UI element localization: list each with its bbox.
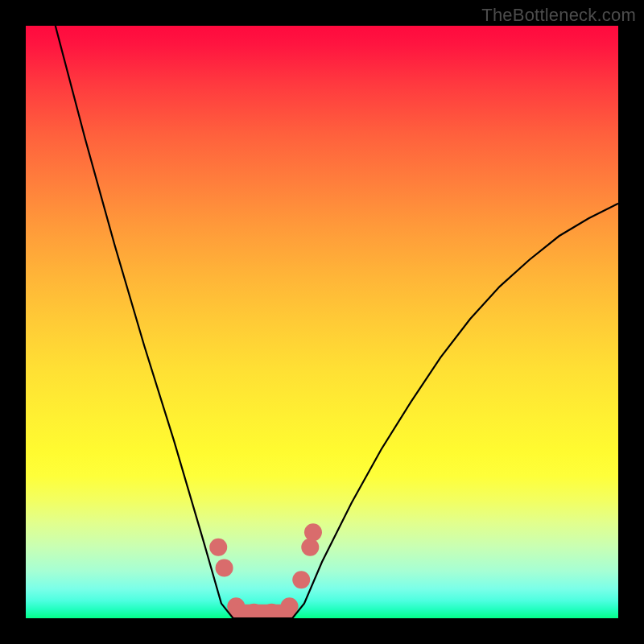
outer-frame: TheBottleneck.com (0, 0, 644, 644)
valley-marker (304, 523, 322, 541)
valley-marker (216, 559, 233, 576)
valley-marker (301, 539, 319, 556)
plot-area (26, 26, 618, 618)
watermark-text: TheBottleneck.com (481, 5, 636, 26)
valley-marker (209, 539, 227, 556)
valley-marker (292, 571, 310, 588)
bottleneck-curve (56, 26, 618, 618)
chart-svg (26, 26, 618, 618)
valley-marker-layer (209, 523, 322, 618)
valley-floor-bar (230, 605, 295, 618)
